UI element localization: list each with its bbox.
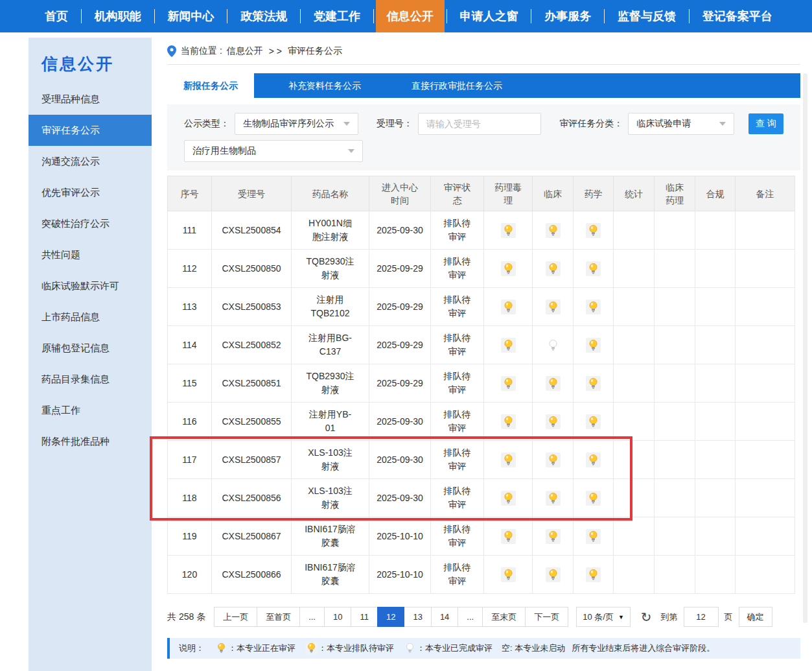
- cell-discipline-status: [736, 288, 795, 326]
- cell-discipline-status: [574, 441, 614, 479]
- filter-row-1: 公示类型： 生物制品审评序列公示 受理号： 审评任务分类： 临床试验申请 查 询: [184, 113, 783, 135]
- sidebar-item-10[interactable]: 药品目录集信息: [29, 364, 152, 395]
- nav-separator: [154, 9, 155, 23]
- sidebar-item-9[interactable]: 原辅包登记信息: [29, 333, 152, 364]
- sidebar-item-2[interactable]: 审评任务公示: [29, 115, 152, 146]
- cell-discipline-status: [614, 556, 655, 594]
- sidebar-item-5[interactable]: 突破性治疗公示: [29, 208, 152, 239]
- nav-item-6[interactable]: 信息公开: [376, 0, 445, 32]
- sidebar-item-4[interactable]: 优先审评公示: [29, 177, 152, 208]
- bulb-queued-icon: [546, 529, 561, 544]
- nav-item-7[interactable]: 申请人之窗: [449, 0, 529, 32]
- page-button-下一页[interactable]: 下一页: [525, 607, 568, 627]
- page-size-select[interactable]: 10 条/页 ▼: [576, 607, 631, 627]
- page-button-14[interactable]: 14: [431, 607, 458, 627]
- page-button-dotdotdot[interactable]: ...: [299, 607, 325, 627]
- table-row: 111CXSL2500854HY001N细胞注射液2025-09-30排队待审评: [168, 211, 795, 250]
- legend-item-completed: ：本专业已完成审评: [403, 641, 493, 655]
- bulb-queued-icon: [546, 491, 561, 506]
- search-button[interactable]: 查 询: [748, 113, 783, 134]
- cell-discipline-status: [655, 517, 695, 556]
- bulb-queued-icon: [501, 491, 516, 506]
- nav-item-4[interactable]: 政策法规: [229, 0, 298, 32]
- cell-discipline-status: [736, 517, 795, 556]
- nav-item-9[interactable]: 监督与反馈: [607, 0, 687, 32]
- sidebar-item-1[interactable]: 受理品种信息: [29, 84, 152, 115]
- page-button-dotdotdot[interactable]: ...: [458, 607, 483, 627]
- page-size-value: 10 条/页: [583, 611, 614, 623]
- bulb-queued-icon: [586, 491, 601, 506]
- acceptance-no-input[interactable]: [426, 119, 533, 129]
- tab-3[interactable]: 直接行政审批任务公示: [395, 73, 518, 98]
- bulb-queued-icon: [501, 414, 516, 429]
- tab-2[interactable]: 补充资料任务公示: [272, 73, 377, 98]
- cell-seq: 115: [168, 364, 212, 403]
- sidebar-item-8[interactable]: 上市药品信息: [29, 301, 152, 333]
- location-pin-icon: [167, 45, 176, 57]
- legend-item-inreview: ：本专业正在审评: [215, 641, 296, 655]
- sidebar-item-11[interactable]: 重点工作: [29, 395, 152, 426]
- cell-discipline-status: [484, 211, 533, 250]
- publicity-type-select[interactable]: 生物制品审评序列公示: [235, 113, 358, 135]
- page-button-至首页[interactable]: 至首页: [257, 607, 300, 627]
- cell-discipline-status: [655, 250, 695, 288]
- column-header-9: 统计: [614, 176, 655, 211]
- sidebar-item-6[interactable]: 共性问题: [29, 239, 152, 270]
- main-content: 当前位置 : 信息公开 > > 审评任务公示 新报任务公示补充资料任务公示直接行…: [167, 38, 800, 659]
- nav-item-1[interactable]: 首页: [34, 0, 79, 32]
- cell-acceptance-no: CXSL2500850: [212, 250, 292, 288]
- task-category-select[interactable]: 临床试验申请: [628, 113, 734, 135]
- breadcrumb-item-info-disclosure[interactable]: 信息公开: [227, 45, 263, 57]
- cell-discipline-status: [533, 479, 574, 517]
- page-button-10[interactable]: 10: [324, 607, 351, 627]
- nav-separator: [227, 9, 227, 23]
- cell-discipline-status: [736, 364, 795, 403]
- goto-page-input[interactable]: [684, 607, 719, 627]
- confirm-button[interactable]: 确定: [739, 607, 772, 627]
- cell-discipline-status: [574, 326, 614, 364]
- nav-separator: [447, 9, 447, 23]
- page-button-至末页[interactable]: 至末页: [482, 607, 526, 627]
- legend-item-text: ：本专业已完成审评: [417, 642, 493, 654]
- sidebar: 信息公开 受理品种信息审评任务公示沟通交流公示优先审评公示突破性治疗公示共性问题…: [29, 38, 152, 671]
- tab-1[interactable]: 新报任务公示: [167, 73, 254, 98]
- cell-status: 排队待审评: [431, 556, 484, 594]
- bulb-queued-icon: [501, 223, 516, 238]
- breadcrumb-item-review-tasks[interactable]: 审评任务公示: [288, 45, 342, 57]
- page-button-11[interactable]: 11: [351, 607, 378, 627]
- review-task-table-wrap: 序号受理号药品名称进入中心时间审评状态药理毒理临床药学统计临床药理合规备注 11…: [167, 176, 795, 594]
- cell-discipline-status: [695, 211, 736, 250]
- task-category-value: 临床试验申请: [636, 118, 691, 130]
- nav-separator: [81, 9, 82, 23]
- page-button-上一页[interactable]: 上一页: [214, 607, 257, 627]
- nav-item-2[interactable]: 机构职能: [84, 0, 152, 32]
- nav-item-5[interactable]: 党建工作: [303, 0, 371, 32]
- publicity-subtype-select[interactable]: 治疗用生物制品: [184, 140, 363, 162]
- table-row: 112CXSL2500850TQB2930注射液2025-09-29排队待审评: [168, 250, 795, 288]
- pagination-buttons: 上一页至首页...1011121314...至末页下一页: [215, 607, 568, 627]
- column-header-10: 临床药理: [655, 176, 695, 211]
- sidebar-item-7[interactable]: 临床试验默示许可: [29, 270, 152, 301]
- page-button-13[interactable]: 13: [404, 607, 431, 627]
- bulb-completed-icon: [404, 642, 416, 655]
- cell-discipline-status: [533, 517, 574, 556]
- sidebar-item-3[interactable]: 沟通交流公示: [29, 146, 152, 177]
- cell-discipline-status: [695, 364, 736, 403]
- sidebar-item-12[interactable]: 附条件批准品种: [29, 426, 152, 457]
- cell-discipline-status: [614, 211, 655, 250]
- cell-discipline-status: [533, 364, 574, 403]
- page-button-12[interactable]: 12: [377, 607, 404, 627]
- table-header-row: 序号受理号药品名称进入中心时间审评状态药理毒理临床药学统计临床药理合规备注: [168, 176, 795, 211]
- table-row: 116CXSL2500855注射用YB-012025-09-30排队待审评: [168, 403, 795, 441]
- cell-discipline-status: [736, 326, 795, 364]
- refresh-icon[interactable]: ↻: [641, 611, 652, 624]
- nav-item-8[interactable]: 办事服务: [533, 0, 602, 32]
- cell-acceptance-no: CXSL2500857: [212, 441, 292, 479]
- cell-discipline-status: [533, 250, 574, 288]
- nav-item-3[interactable]: 新闻中心: [157, 0, 226, 32]
- scrollbar[interactable]: [803, 73, 807, 623]
- nav-item-10[interactable]: 登记备案平台: [691, 0, 783, 32]
- cell-discipline-status: [736, 211, 795, 250]
- cell-discipline-status: [533, 441, 574, 479]
- legend-bar: 说明：：本专业正在审评：本专业排队待审评：本专业已完成审评空: 本专业未启动所有…: [167, 638, 800, 659]
